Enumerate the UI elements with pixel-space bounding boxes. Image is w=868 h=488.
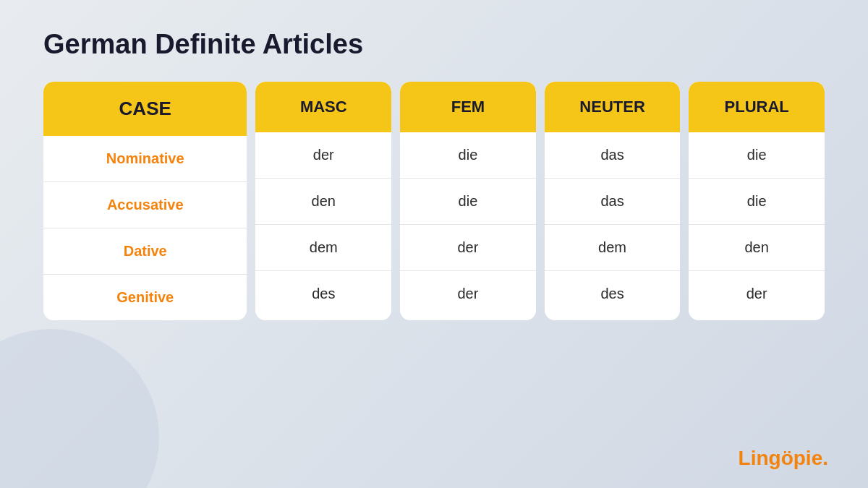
case-genitive: Genitive xyxy=(43,275,247,320)
col-neuter-body: das das dem des xyxy=(545,132,681,320)
case-nominative: Nominative xyxy=(43,136,247,182)
case-accusative: Accusative xyxy=(43,182,247,228)
col-neuter-header: NEUTER xyxy=(545,82,681,132)
col-fem: FEM die die der der xyxy=(400,82,536,320)
col-masc: MASC der den dem des xyxy=(255,82,391,320)
masc-genitive: des xyxy=(255,271,391,317)
col-plural-header: PLURAL xyxy=(689,82,825,132)
col-masc-body: der den dem des xyxy=(255,132,391,320)
fem-dative: der xyxy=(400,225,536,271)
col-masc-header: MASC xyxy=(255,82,391,132)
col-fem-header: FEM xyxy=(400,82,536,132)
fem-accusative: die xyxy=(400,179,536,225)
col-case-body: Nominative Accusative Dative Genitive xyxy=(43,136,247,320)
col-case-header: CASE xyxy=(43,82,247,136)
neuter-accusative: das xyxy=(545,179,681,225)
col-case: CASE Nominative Accusative Dative Geniti… xyxy=(43,82,247,320)
plural-dative: den xyxy=(689,225,825,271)
neuter-dative: dem xyxy=(545,225,681,271)
articles-table: CASE Nominative Accusative Dative Geniti… xyxy=(43,82,825,320)
case-dative: Dative xyxy=(43,228,247,275)
masc-dative: dem xyxy=(255,225,391,271)
neuter-genitive: des xyxy=(545,271,681,317)
masc-nominative: der xyxy=(255,132,391,179)
col-plural-body: die die den der xyxy=(689,132,825,320)
col-plural: PLURAL die die den der xyxy=(689,82,825,320)
neuter-nominative: das xyxy=(545,132,681,179)
plural-nominative: die xyxy=(689,132,825,179)
plural-genitive: der xyxy=(689,271,825,317)
lingopie-branding: Lingöpie. xyxy=(739,447,828,470)
masc-accusative: den xyxy=(255,179,391,225)
col-fem-body: die die der der xyxy=(400,132,536,320)
fem-genitive: der xyxy=(400,271,536,317)
fem-nominative: die xyxy=(400,132,536,179)
page-title: German Definite Articles xyxy=(43,29,363,60)
col-neuter: NEUTER das das dem des xyxy=(545,82,681,320)
plural-accusative: die xyxy=(689,179,825,225)
